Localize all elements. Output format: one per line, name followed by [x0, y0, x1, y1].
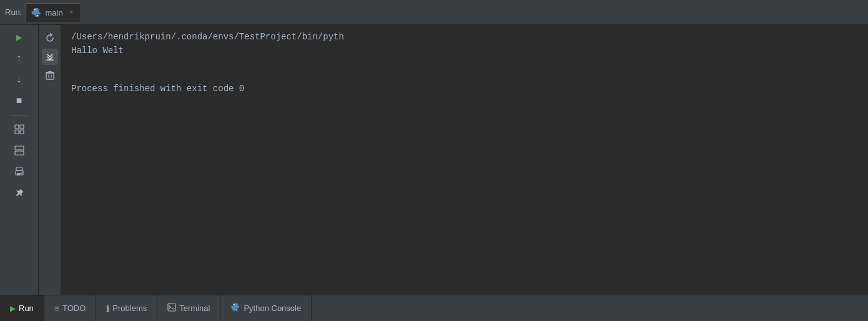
layout-icon — [14, 124, 24, 134]
tab-name-label: main — [45, 8, 62, 17]
terminal-tab[interactable]: Terminal — [157, 295, 220, 321]
terminal-tab-label: Terminal — [179, 304, 210, 313]
bottom-bar: ▶ Run ≡ TODO ℹ Problems Terminal Python … — [0, 295, 868, 321]
python-console-tab-label: Python Console — [244, 304, 301, 313]
rerun-icon — [45, 33, 55, 43]
problems-tab[interactable]: ℹ Problems — [96, 295, 157, 321]
svg-rect-10 — [17, 173, 22, 174]
run-tab[interactable]: ▶ Run — [0, 295, 44, 321]
console-output: /Users/hendrikpruin/.conda/envs/TestProj… — [61, 25, 868, 295]
pin-icon — [15, 189, 24, 197]
run-tab-label: Run — [19, 304, 34, 313]
svg-point-1 — [37, 15, 38, 16]
scroll-to-end-button[interactable] — [42, 49, 58, 65]
terminal-tab-icon — [167, 303, 176, 314]
tab-close-button[interactable]: × — [69, 9, 74, 16]
problems-tab-icon: ℹ — [106, 304, 109, 314]
svg-rect-6 — [15, 146, 24, 150]
console-process-line: Process finished with exit code 0 — [71, 82, 858, 96]
svg-rect-5 — [20, 130, 24, 134]
svg-rect-9 — [16, 170, 23, 175]
todo-tab-icon: ≡ — [54, 304, 59, 314]
sidebar-divider — [11, 115, 28, 116]
main-area: ▶ ↑ ↓ ■ — [0, 25, 868, 295]
svg-point-12 — [21, 172, 22, 173]
clear-button[interactable] — [42, 67, 58, 84]
todo-tab-label: TODO — [62, 304, 86, 313]
problems-tab-label: Problems — [112, 304, 147, 313]
svg-rect-7 — [15, 151, 24, 155]
todo-tab[interactable]: ≡ TODO — [44, 295, 97, 321]
run-tab-icon: ▶ — [10, 304, 16, 313]
scroll-up-button[interactable]: ↑ — [9, 49, 29, 69]
console-path-line: /Users/hendrikpruin/.conda/envs/TestProj… — [71, 30, 858, 44]
tab-bar: Run: main × — [0, 0, 868, 25]
svg-point-21 — [237, 309, 238, 310]
pin-button[interactable] — [9, 183, 29, 203]
scroll-end-icon — [45, 52, 55, 62]
svg-point-20 — [234, 304, 235, 305]
left-sidebar: ▶ ↑ ↓ ■ — [0, 25, 39, 295]
svg-rect-2 — [15, 125, 19, 129]
console-output-line: Hallo Welt — [71, 44, 858, 57]
svg-point-0 — [34, 9, 36, 11]
console-blank-line — [71, 58, 858, 72]
svg-rect-14 — [46, 73, 54, 79]
inner-sidebar — [39, 25, 61, 295]
layout-button[interactable] — [9, 119, 29, 139]
svg-rect-3 — [20, 125, 24, 129]
run-button[interactable]: ▶ — [9, 27, 29, 47]
split-button[interactable] — [9, 141, 29, 160]
print-icon — [14, 167, 24, 177]
split-icon — [14, 146, 24, 156]
python-console-icon — [230, 302, 240, 312]
svg-rect-4 — [15, 130, 19, 134]
svg-rect-18 — [168, 304, 175, 311]
python-tab-icon — [31, 7, 41, 17]
trash-icon — [46, 71, 54, 81]
stop-button[interactable]: ■ — [9, 91, 29, 111]
python-console-tab-icon — [230, 302, 240, 314]
main-tab[interactable]: main × — [26, 3, 81, 22]
terminal-icon-svg — [167, 303, 176, 312]
rerun-button[interactable] — [42, 30, 58, 46]
run-label: Run: — [5, 7, 22, 17]
svg-rect-11 — [17, 174, 20, 175]
svg-rect-8 — [16, 167, 22, 170]
scroll-down-button[interactable]: ↓ — [9, 70, 29, 90]
python-console-tab[interactable]: Python Console — [220, 295, 312, 321]
print-button[interactable] — [9, 162, 29, 182]
